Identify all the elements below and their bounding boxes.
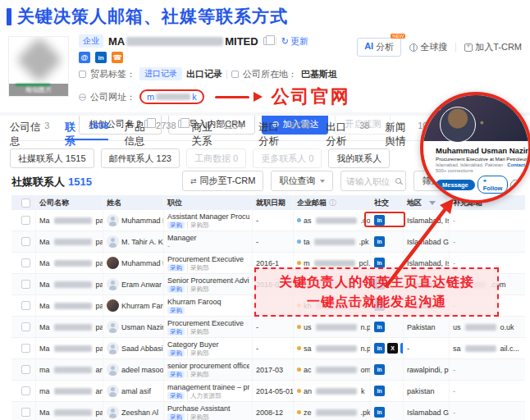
linkedin-profile-callout: Muhammad Usman Nazir ⊙ Procurement Execu…	[420, 92, 530, 203]
table-row[interactable]: maan...amal asifmanagement trainee – pro…	[11, 381, 525, 402]
join-tcrm-button[interactable]: 加入T-CRM	[464, 41, 522, 53]
row-select-cell	[11, 274, 36, 294]
subtab-item[interactable]: 邮件联系人 123	[101, 148, 180, 168]
linkedin-icon[interactable]: in	[95, 52, 107, 63]
website-suffix: k	[192, 92, 197, 102]
phone-icon[interactable]: ☎	[112, 52, 123, 63]
row-checkbox[interactable]	[21, 322, 30, 331]
date-cell: 2014-05-01	[253, 381, 294, 401]
search-icon[interactable]	[395, 178, 401, 184]
linkedin-icon[interactable]: in	[374, 364, 385, 375]
logo-caption[interactable]: 相似图片	[9, 84, 68, 96]
import-record-tag[interactable]: 进口记录	[139, 67, 182, 80]
row-checkbox[interactable]	[21, 280, 30, 289]
page: 关键决策人邮箱、社媒等联系方式 相似图片 企业 MA MITED ↻更新	[0, 0, 530, 420]
tab-item[interactable]: 产品信息2738	[124, 121, 176, 140]
row-checkbox[interactable]	[21, 408, 30, 417]
email-cell: as.com	[294, 210, 371, 231]
company-prefix: Ma	[39, 409, 50, 417]
row-checkbox[interactable]	[21, 301, 30, 310]
row-checkbox[interactable]	[21, 216, 30, 225]
export-record-tag[interactable]: 出口记录	[186, 68, 222, 80]
title-cell: Assistant Manager Procurement采购采购部	[164, 210, 253, 231]
extra-email-cell: uso.uk	[450, 317, 525, 337]
position-search	[340, 171, 406, 191]
profile-avatar[interactable]	[440, 107, 476, 143]
website-icon[interactable]: @	[79, 52, 90, 63]
extra-empty: -	[453, 259, 455, 267]
email-suffix: om...	[361, 366, 371, 374]
tab-item[interactable]: 公司信息3	[10, 121, 49, 140]
email-prefix: ze	[304, 409, 312, 417]
row-checkbox[interactable]	[21, 258, 30, 267]
linkedin-icon[interactable]: in	[374, 386, 385, 396]
subtab-item[interactable]: 社媒联系人 1515	[10, 148, 94, 168]
extra-suffix: ail.c...	[500, 345, 520, 353]
tab-item[interactable]: 出口分析38	[326, 121, 369, 140]
linkedin-icon[interactable]: in	[374, 236, 385, 247]
message-button[interactable]: Message	[436, 180, 475, 190]
avatar	[107, 214, 119, 226]
table-row[interactable]: Mapa...Zeeshan AlPurchase Assistant采购采购部…	[11, 402, 525, 420]
website-link[interactable]: m k	[139, 89, 204, 104]
row-checkbox[interactable]	[21, 386, 30, 395]
filter-funnel-icon[interactable]	[429, 201, 436, 205]
sync-tcrm-label: 同步至T-CRM	[200, 175, 256, 187]
global-search-button[interactable]: 全球搜	[409, 41, 447, 53]
subtab-item[interactable]: 工商数据 0	[186, 148, 246, 168]
annotation-line2: 一键点击就能发起沟通	[307, 292, 446, 312]
sync-tcrm-button[interactable]: ⇄同步至T-CRM	[182, 171, 263, 191]
copy-icon[interactable]	[263, 37, 271, 45]
contact-info-link[interactable]: Contact info	[507, 162, 530, 167]
select-all-checkbox[interactable]	[21, 199, 30, 208]
tab-item[interactable]: 商业关系1134	[192, 121, 243, 140]
tag-department: 采购部	[187, 413, 209, 420]
avatar	[107, 406, 119, 418]
company-logo[interactable]: 相似图片	[8, 36, 69, 97]
contact-name: amal asif	[121, 387, 151, 395]
table-row[interactable]: maan...adeel masoodsenior procurement of…	[11, 359, 525, 381]
extra-empty: -	[453, 409, 455, 417]
email-status-dot	[297, 261, 301, 265]
table-row[interactable]: Mapa...M. Tahir A. KhanManager--ta.pkinI…	[11, 231, 525, 253]
info-icon[interactable]: ⓘ	[329, 198, 336, 208]
name-cell: Eram Anwar	[103, 274, 164, 294]
subtab-item[interactable]: 更多联系人 0	[253, 148, 322, 168]
region-cell: pakistan	[404, 381, 450, 401]
linkedin-icon[interactable]: in	[374, 407, 385, 418]
table-row[interactable]: Mapa...Usman NazirProcurement Executive采…	[11, 317, 525, 338]
table-row[interactable]: Mapa...Muhammad M...Assistant Manager Pr…	[11, 210, 525, 231]
company-suffix: pa...	[96, 238, 103, 246]
date-cell: -	[253, 317, 294, 337]
logo-caption-label: 相似图片	[25, 85, 52, 94]
job-tags: 采购采购部	[167, 371, 209, 378]
subtabs: 社媒联系人 1515邮件联系人 123工商数据 0更多联系人 0我的联系人	[10, 148, 390, 168]
row-checkbox[interactable]	[21, 365, 30, 374]
subtab-item[interactable]: 我的联系人	[328, 148, 390, 168]
position-query-dropdown[interactable]: 职位查询	[271, 171, 333, 191]
follow-button[interactable]: + Follow	[477, 176, 509, 194]
company-suffix: pa...	[96, 259, 103, 267]
job-tags: 采购人力资源部	[167, 392, 222, 399]
job-tags: 采购采购部	[167, 264, 209, 272]
tab-count: 3	[44, 121, 49, 130]
row-checkbox[interactable]	[21, 344, 30, 353]
tab-item[interactable]: 联系人1638	[65, 121, 108, 140]
job-tags: -	[167, 243, 170, 250]
update-button[interactable]: ↻更新	[281, 35, 308, 48]
linkedin-icon[interactable]: in	[374, 322, 385, 332]
company-suffix: an...	[96, 387, 103, 395]
row-checkbox[interactable]	[21, 237, 30, 246]
email-redacted	[316, 409, 357, 416]
title-cell: Procurement Executive采购采购部	[164, 317, 253, 337]
row-select-cell	[11, 338, 36, 358]
linkedin-icon[interactable]: in	[374, 343, 385, 354]
email-status-dot	[297, 218, 301, 222]
table-row[interactable]: Mapa...Saad Abbasi, ...Category Buyer采购采…	[11, 338, 525, 359]
divider	[455, 43, 456, 52]
tab-item[interactable]: 进口分析8749	[258, 121, 310, 140]
position-search-input[interactable]	[346, 176, 392, 186]
extra-email-cell: -	[450, 359, 525, 380]
twitter-x-icon[interactable]: X	[387, 343, 398, 354]
ai-analysis-button[interactable]: AI 分析 NEW	[357, 38, 401, 57]
